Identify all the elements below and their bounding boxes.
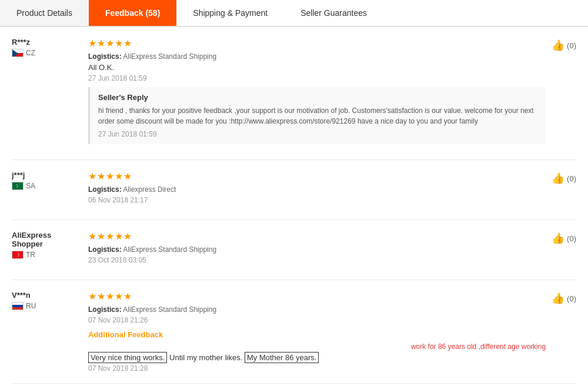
additional-feedback-note: work for 86 years old ,different age wor… xyxy=(88,343,546,351)
star-icon: ★ xyxy=(97,231,105,242)
star-rating: ★ ★ ★ ★ ★ xyxy=(88,291,546,302)
thumbs-up-icon: 👍 xyxy=(552,39,564,52)
logistics-label: Logistics: xyxy=(88,305,122,314)
star-icon: ★ xyxy=(123,38,132,49)
reviewer-info: j***j SA xyxy=(12,171,82,209)
logistics-value: AliExpress Standard Shipping xyxy=(123,305,216,314)
reviewer-country: CZ xyxy=(12,49,82,57)
reviewer-name: j***j xyxy=(12,171,82,179)
like-count: (0) xyxy=(567,41,576,50)
thumbs-up-icon: 👍 xyxy=(552,232,564,245)
like-count: (0) xyxy=(567,174,576,183)
logistics-line: Logistics: AliExpress Standard Shipping xyxy=(88,305,546,314)
star-icon: ★ xyxy=(115,231,123,242)
country-label: RU xyxy=(26,302,36,310)
seller-reply: Seller's Reply hi friend , thanks for yo… xyxy=(88,87,546,144)
tab-seller-guarantees[interactable]: Seller Guarantees xyxy=(284,0,383,26)
star-icon: ★ xyxy=(97,38,105,49)
reviewer-info: V***n RU xyxy=(12,291,82,373)
review-date: 23 Oct 2018 03:05 xyxy=(88,256,546,264)
review-date: 06 Nov 2018 21:17 xyxy=(88,196,546,204)
additional-feedback-date: 07 Nov 2018 21:28 xyxy=(88,364,546,373)
reviewer-country: TR xyxy=(12,251,82,259)
flag-icon xyxy=(12,251,24,259)
review-content: ★ ★ ★ ★ ★ Logistics: AliExpress Standard… xyxy=(82,231,552,269)
additional-feedback-text: Very nice thing works. Until my mother l… xyxy=(88,353,546,362)
additional-feedback: Additional Feedback work for 86 years ol… xyxy=(88,330,546,373)
star-icon: ★ xyxy=(106,171,114,182)
star-rating: ★ ★ ★ ★ ★ xyxy=(88,171,546,182)
seller-reply-date: 27 Jun 2018 01:59 xyxy=(98,130,537,138)
star-icon: ★ xyxy=(106,231,114,242)
like-count: (0) xyxy=(567,294,576,303)
like-button[interactable]: 👍 (0) xyxy=(552,231,576,245)
highlighted-text-1: Very nice thing works. xyxy=(88,352,167,363)
additional-feedback-title: Additional Feedback xyxy=(88,330,546,339)
reviewer-name: AliExpress Shopper xyxy=(12,231,82,248)
logistics-value: Aliexpress Direct xyxy=(123,185,176,194)
logistics-line: Logistics: AliExpress Standard Shipping xyxy=(88,52,546,61)
logistics-value: AliExpress Standard Shipping xyxy=(123,52,216,61)
country-label: TR xyxy=(26,251,35,259)
like-button[interactable]: 👍 (0) xyxy=(552,171,576,185)
table-row: AliExpress Shopper TR ★ ★ ★ ★ ★ Logistic… xyxy=(12,220,576,280)
country-label: CZ xyxy=(26,49,35,57)
table-row: j***j SA ★ ★ ★ ★ ★ Logistics: Aliexpress… xyxy=(12,160,576,220)
tab-product-details[interactable]: Product Details xyxy=(0,0,89,26)
star-icon: ★ xyxy=(88,38,96,49)
star-icon: ★ xyxy=(106,291,114,302)
highlighted-text-2: My Mother 86 years. xyxy=(245,352,319,363)
reviewer-info: R***z CZ xyxy=(12,38,82,149)
star-icon: ★ xyxy=(115,291,123,302)
feedback-middle-text: Until my mother likes. xyxy=(167,353,244,362)
reviewer-country: RU xyxy=(12,302,82,310)
logistics-line: Logistics: AliExpress Standard Shipping xyxy=(88,245,546,254)
flag-icon xyxy=(12,182,24,190)
thumbs-up-icon: 👍 xyxy=(552,292,564,305)
logistics-label: Logistics: xyxy=(88,185,122,194)
logistics-label: Logistics: xyxy=(88,52,122,61)
logistics-line: Logistics: Aliexpress Direct xyxy=(88,185,546,194)
star-icon: ★ xyxy=(97,291,105,302)
logistics-label: Logistics: xyxy=(88,245,122,254)
star-icon: ★ xyxy=(97,171,105,182)
flag-icon xyxy=(12,302,24,310)
seller-reply-text: hi friend , thanks for your positive fee… xyxy=(98,105,537,127)
reviewer-name: R***z xyxy=(12,38,82,46)
like-button[interactable]: 👍 (0) xyxy=(552,38,576,52)
star-icon: ★ xyxy=(88,231,96,242)
logistics-value: AliExpress Standard Shipping xyxy=(123,245,216,254)
star-icon: ★ xyxy=(88,291,96,302)
review-content: ★ ★ ★ ★ ★ Logistics: AliExpress Standard… xyxy=(82,291,552,373)
tab-feedback[interactable]: Feedback (58) xyxy=(89,0,176,26)
reviewer-country: SA xyxy=(12,182,82,190)
thumbs-up-icon: 👍 xyxy=(552,172,564,185)
reviewer-info: AliExpress Shopper TR xyxy=(12,231,82,269)
review-date: 27 Jun 2018 01:59 xyxy=(88,74,546,82)
star-icon: ★ xyxy=(88,171,96,182)
tab-bar: Product Details Feedback (58) Shipping &… xyxy=(0,0,588,27)
star-icon: ★ xyxy=(123,171,132,182)
flag-icon xyxy=(12,49,24,57)
star-icon: ★ xyxy=(115,38,123,49)
reviews-list: R***z CZ ★ ★ ★ ★ ★ Logistics: AliExpress… xyxy=(0,27,588,384)
review-content: ★ ★ ★ ★ ★ Logistics: AliExpress Standard… xyxy=(82,38,552,149)
table-row: R***z CZ ★ ★ ★ ★ ★ Logistics: AliExpress… xyxy=(12,27,576,160)
country-label: SA xyxy=(26,182,35,190)
reviewer-name: V***n xyxy=(12,291,82,300)
seller-reply-title: Seller's Reply xyxy=(98,93,537,102)
star-rating: ★ ★ ★ ★ ★ xyxy=(88,231,546,242)
star-rating: ★ ★ ★ ★ ★ xyxy=(88,38,546,49)
star-icon: ★ xyxy=(106,38,114,49)
table-row: V***n RU ★ ★ ★ ★ ★ Logistics: AliExpress… xyxy=(12,280,576,384)
like-count: (0) xyxy=(567,234,576,243)
star-icon: ★ xyxy=(123,291,132,302)
star-icon: ★ xyxy=(123,231,132,242)
review-text: All O.K. xyxy=(88,63,546,72)
tab-shipping-payment[interactable]: Shipping & Payment xyxy=(176,0,284,26)
like-button[interactable]: 👍 (0) xyxy=(552,291,576,305)
star-icon: ★ xyxy=(115,171,123,182)
review-content: ★ ★ ★ ★ ★ Logistics: Aliexpress Direct 0… xyxy=(82,171,552,209)
review-date: 07 Nov 2018 21:26 xyxy=(88,316,546,324)
